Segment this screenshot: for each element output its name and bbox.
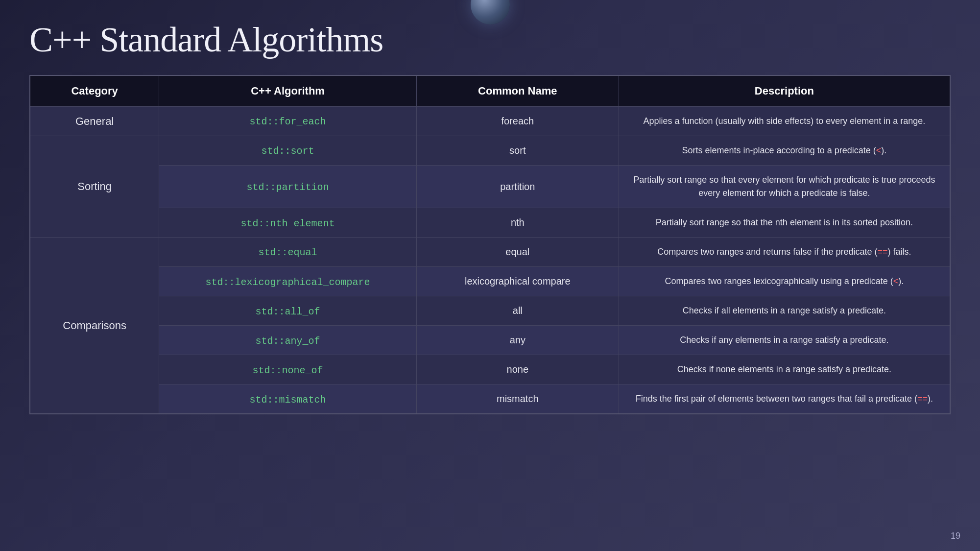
common-equal: equal: [416, 238, 619, 267]
desc-any-of: Checks if any elements in a range satisf…: [619, 326, 950, 355]
table-body: General std::for_each foreach Applies a …: [30, 107, 950, 414]
common-sort: sort: [416, 136, 619, 166]
header-category: Category: [30, 76, 159, 107]
table-header: Category C++ Algorithm Common Name Descr…: [30, 76, 950, 107]
table-row: std::partition partition Partially sort …: [30, 166, 950, 208]
desc-lexicographical: Compares two ranges lexicographically us…: [619, 267, 950, 296]
table-row: std::nth_element nth Partially sort rang…: [30, 208, 950, 238]
desc-partition: Partially sort range so that every eleme…: [619, 166, 950, 208]
desc-equal: Compares two ranges and returns false if…: [619, 238, 950, 267]
algorithm-all-of: std::all_of: [159, 296, 417, 326]
header-row: Category C++ Algorithm Common Name Descr…: [30, 76, 950, 107]
common-none: none: [416, 355, 619, 384]
category-general: General: [30, 107, 159, 136]
category-comparisons: Comparisons: [30, 238, 159, 414]
table-row: std::all_of all Checks if all elements i…: [30, 296, 950, 326]
algorithm-none-of: std::none_of: [159, 355, 417, 384]
desc-nth-element: Partially sort range so that the nth ele…: [619, 208, 950, 238]
algorithm-nth-element: std::nth_element: [159, 208, 417, 238]
algorithm-any-of: std::any_of: [159, 326, 417, 355]
header-description: Description: [619, 76, 950, 107]
table-row: General std::for_each foreach Applies a …: [30, 107, 950, 136]
desc-none-of: Checks if none elements in a range satis…: [619, 355, 950, 384]
table-row: Sorting std::sort sort Sorts elements in…: [30, 136, 950, 166]
algorithm-sort: std::sort: [159, 136, 417, 166]
common-partition: partition: [416, 166, 619, 208]
table-row: std::lexicographical_compare lexicograph…: [30, 267, 950, 296]
header-common-name: Common Name: [416, 76, 619, 107]
common-mismatch: mismatch: [416, 384, 619, 414]
algorithms-table: Category C++ Algorithm Common Name Descr…: [30, 76, 950, 413]
desc-all-of: Checks if all elements in a range satisf…: [619, 296, 950, 326]
category-sorting: Sorting: [30, 136, 159, 238]
desc-sort: Sorts elements in-place according to a p…: [619, 136, 950, 166]
algorithm-mismatch: std::mismatch: [159, 384, 417, 414]
common-any: any: [416, 326, 619, 355]
page-number: 19: [951, 531, 960, 541]
common-lexicographical: lexicographical compare: [416, 267, 619, 296]
common-all: all: [416, 296, 619, 326]
desc-for-each: Applies a function (usually with side ef…: [619, 107, 950, 136]
main-content: C++ Standard Algorithms Category C++ Alg…: [0, 0, 980, 434]
page-title: C++ Standard Algorithms: [29, 20, 951, 60]
algorithm-equal: std::equal: [159, 238, 417, 267]
algorithms-table-container: Category C++ Algorithm Common Name Descr…: [29, 75, 951, 414]
table-row: Comparisons std::equal equal Compares tw…: [30, 238, 950, 267]
header-algorithm: C++ Algorithm: [159, 76, 417, 107]
desc-mismatch: Finds the first pair of elements between…: [619, 384, 950, 414]
common-nth: nth: [416, 208, 619, 238]
algorithm-for-each: std::for_each: [159, 107, 417, 136]
table-row: std::mismatch mismatch Finds the first p…: [30, 384, 950, 414]
common-foreach: foreach: [416, 107, 619, 136]
algorithm-lexicographical: std::lexicographical_compare: [159, 267, 417, 296]
algorithm-partition: std::partition: [159, 166, 417, 208]
table-row: std::any_of any Checks if any elements i…: [30, 326, 950, 355]
table-row: std::none_of none Checks if none element…: [30, 355, 950, 384]
